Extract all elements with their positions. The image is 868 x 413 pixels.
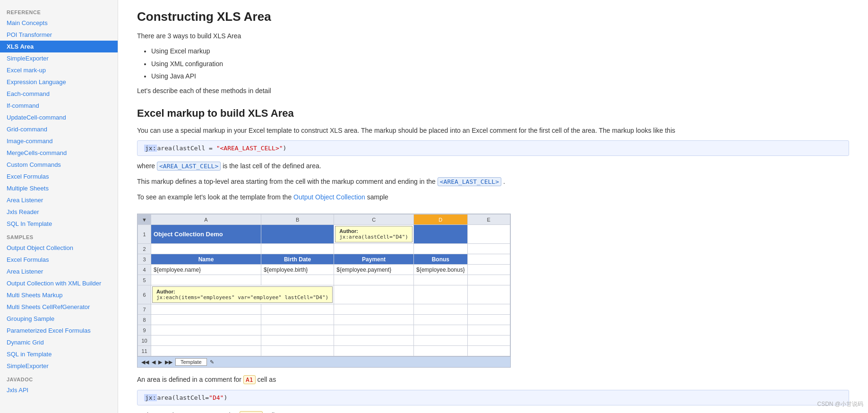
sidebar-item-simple-exporter-ref[interactable]: SimpleExporter — [0, 52, 118, 64]
ss-cell-10d — [413, 336, 467, 346]
ss-cell-7b — [261, 304, 334, 315]
javadoc-section-label: JAVADOC — [0, 372, 118, 384]
tooltip2-code: jx:each(items="employees" var="employee"… — [156, 294, 328, 301]
sidebar-item-updatecell-command[interactable]: UpdateCell-command — [0, 112, 118, 123]
sidebar-item-parameterized-excel[interactable]: Parameterized Excel Formulas — [0, 325, 118, 336]
ss-cell-7c — [334, 304, 414, 315]
sidebar-item-excel-markup[interactable]: Excel mark-up — [0, 64, 118, 76]
section1-p1: You can use a special markup in your Exc… — [137, 125, 849, 136]
sidebar-item-expression-language[interactable]: Expression Language — [0, 76, 118, 88]
sidebar-item-dynamic-grid[interactable]: Dynamic Grid — [0, 336, 118, 348]
ss-cell-7e — [467, 304, 510, 315]
sample-text-1: To see an example let's look at the temp… — [137, 193, 292, 201]
sidebar-item-output-collection-xml[interactable]: Output Collection with XML Builder — [0, 277, 118, 289]
sidebar-item-multi-sheets-cellref[interactable]: Multi Sheets CellRefGenerator — [0, 301, 118, 313]
ss-cell-3a: Name — [151, 254, 261, 265]
where-paragraph: where <AREA_LAST_CELL> is the last cell … — [137, 161, 849, 172]
ss-cell-3d: Bonus — [413, 254, 467, 265]
row-num-3: 3 — [138, 254, 151, 265]
sidebar-item-multi-sheets-markup[interactable]: Multi Sheets Markup — [0, 289, 118, 301]
ss-cell-8e — [467, 315, 510, 325]
where-text-2: is the last cell of the defined area. — [223, 162, 321, 170]
code1-text: area(lastCell = — [157, 145, 216, 152]
row-num-10: 10 — [138, 336, 151, 346]
ss-cell-1e — [467, 225, 510, 244]
output-object-collection-link[interactable]: Output Object Collection — [293, 193, 365, 201]
sidebar-item-excel-formulas-sample[interactable]: Excel Formulas — [0, 254, 118, 266]
samples-section-label: SAMPLES — [0, 230, 118, 242]
ss-cell-5c — [334, 275, 414, 285]
sidebar-item-simple-exporter-sample[interactable]: SimpleExporter — [0, 360, 118, 372]
ss-cell-2d — [413, 244, 467, 254]
ss-cell-8c — [334, 315, 414, 325]
table-row: 5 — [138, 275, 510, 285]
table-row: 11 — [138, 346, 510, 356]
sidebar-item-sql-in-template-ref[interactable]: SQL In Template — [0, 218, 118, 230]
sidebar-item-grid-command[interactable]: Grid-command — [0, 123, 118, 135]
code2-text: area(lastCell= — [157, 394, 209, 401]
ss-cell-8a — [151, 315, 261, 325]
tab-nav-left[interactable]: ◀◀ — [141, 359, 149, 365]
ss-col-b: B — [261, 215, 334, 225]
sidebar-item-image-command[interactable]: Image-command — [0, 135, 118, 147]
sidebar-item-poi-transformer[interactable]: POI Transformer — [0, 29, 118, 41]
ss-cell-2b — [261, 244, 334, 254]
markup-code: <AREA_LAST_CELL> — [438, 177, 501, 186]
ss-cell-9d — [413, 325, 467, 336]
row-num-5: 5 — [138, 275, 151, 285]
tooltip2-author: Author: — [156, 289, 328, 294]
row-num-4: 4 — [138, 265, 151, 275]
table-row: 7 — [138, 304, 510, 315]
sidebar-item-excel-formulas-ref[interactable]: Excel Formulas — [0, 171, 118, 182]
ss-cell-9c — [334, 325, 414, 336]
ss-cell-2c — [334, 244, 414, 254]
code1-highlight: jx: — [144, 145, 157, 152]
ss-cell-11e — [467, 346, 510, 356]
tab-nav-next[interactable]: ▶ — [158, 359, 162, 365]
tab-nav-right[interactable]: ▶▶ — [165, 359, 172, 365]
sidebar-item-main-concepts[interactable]: Main Concepts — [0, 17, 118, 29]
sidebar-item-grouping-sample[interactable]: Grouping Sample — [0, 313, 118, 325]
sidebar-item-if-command[interactable]: If-command — [0, 100, 118, 112]
sidebar-item-area-listener-ref[interactable]: Area Listener — [0, 194, 118, 206]
code1-str: "<AREA_LAST_CELL>" — [216, 145, 283, 152]
sidebar-item-each-command[interactable]: Each-command — [0, 88, 118, 100]
ss-cell-6e — [467, 285, 510, 304]
sidebar-item-custom-commands[interactable]: Custom Commands — [0, 159, 118, 171]
ss-cell-8d — [413, 315, 467, 325]
ss-cell-2e — [467, 244, 510, 254]
sidebar-item-sql-in-template-sample[interactable]: SQL in Template — [0, 348, 118, 360]
sidebar-item-multiple-sheets[interactable]: Multiple Sheets — [0, 182, 118, 194]
ss-cell-4d: ${employee.bonus} — [413, 265, 467, 275]
ss-cell-5d — [413, 275, 467, 285]
ss-cell-10b — [261, 336, 334, 346]
sidebar-item-area-listener-sample[interactable]: Area Listener — [0, 266, 118, 277]
ss-cell-1d — [413, 225, 467, 244]
sidebar-item-jxls-api[interactable]: Jxls API — [0, 384, 118, 396]
code-block-1: jx:area(lastCell = "<AREA_LAST_CELL>") — [137, 140, 849, 156]
describe-text: Let's describe each of these methods in … — [137, 86, 849, 96]
sidebar-item-jxls-reader[interactable]: Jxls Reader — [0, 206, 118, 218]
sidebar-item-xls-area[interactable]: XLS Area — [0, 41, 118, 52]
markup-text-2: . — [503, 178, 505, 185]
ss-cell-9b — [261, 325, 334, 336]
row-num-2: 2 — [138, 244, 151, 254]
table-row: 9 — [138, 325, 510, 336]
watermark: CSDN @小甘说码 — [817, 400, 863, 408]
spreadsheet-tab-template[interactable]: Template — [175, 358, 207, 366]
tab-nav-prev[interactable]: ◀ — [152, 359, 155, 365]
ss-cell-10e — [467, 336, 510, 346]
table-row: 10 — [138, 336, 510, 346]
ss-cell-9a — [151, 325, 261, 336]
row-num-6: 6 — [138, 285, 151, 304]
ss-cell-4e — [467, 265, 510, 275]
code2-str: "D4" — [209, 394, 223, 401]
ss-cell-5b — [261, 275, 334, 285]
page-title: Constructing XLS Area — [137, 9, 849, 24]
ss-cell-5e — [467, 275, 510, 285]
sidebar-item-output-object-collection[interactable]: Output Object Collection — [0, 242, 118, 254]
markup-text-1: This markup defines a top-level area sta… — [137, 178, 436, 185]
ss-cell-2a — [151, 244, 261, 254]
sidebar-item-mergecells-command[interactable]: MergeCells-command — [0, 147, 118, 159]
ss-cell-9e — [467, 325, 510, 336]
